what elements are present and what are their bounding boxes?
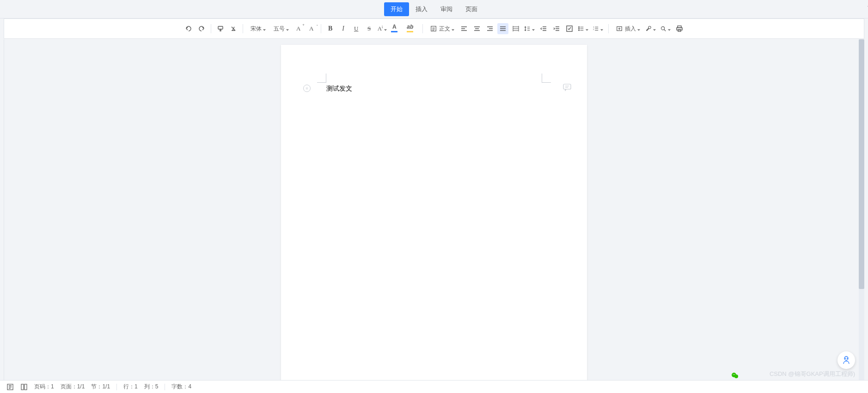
svg-point-3: [579, 27, 580, 28]
italic-button[interactable]: I: [338, 23, 349, 34]
paragraph-handle-icon[interactable]: ≡: [303, 85, 311, 92]
separator: [321, 24, 321, 33]
svg-point-15: [845, 358, 846, 359]
increase-indent-button[interactable]: [551, 23, 562, 34]
font-color-icon: A: [392, 24, 397, 30]
chevron-down-icon: [585, 27, 589, 31]
document-workspace[interactable]: ≡ 测试发文: [4, 39, 864, 380]
chevron-down-icon: [667, 27, 671, 31]
font-size-label: 五号: [274, 25, 285, 33]
chevron-down-icon: [384, 27, 387, 31]
svg-point-21: [734, 375, 738, 378]
vertical-scrollbar[interactable]: [859, 39, 864, 380]
svg-point-23: [734, 374, 735, 375]
svg-text:2: 2: [593, 28, 594, 31]
checklist-button[interactable]: [564, 23, 575, 34]
comment-icon[interactable]: [563, 84, 571, 91]
highlight-color-swatch: [407, 31, 413, 32]
print-button[interactable]: [674, 23, 685, 34]
separator: [243, 24, 243, 33]
font-size-select[interactable]: 五号: [270, 23, 291, 34]
chevron-down-icon: [286, 27, 289, 31]
paragraph-style-label: 正文: [439, 25, 450, 33]
page-view-icon[interactable]: [20, 383, 28, 391]
svg-rect-18: [21, 384, 24, 390]
bullet-list-button[interactable]: [577, 23, 590, 34]
chevron-down-icon: [600, 27, 604, 31]
separator: [422, 24, 423, 33]
svg-rect-12: [678, 30, 681, 31]
main-tabs: 开始 插入 审阅 页面: [0, 0, 868, 18]
paragraph-style-select[interactable]: 正文: [427, 23, 457, 34]
font-color-button[interactable]: A: [390, 23, 398, 34]
tab-page[interactable]: 页面: [459, 2, 484, 16]
align-distribute-button[interactable]: [510, 23, 521, 34]
status-page[interactable]: 页面：1/1: [61, 383, 85, 391]
numbered-list-button[interactable]: 12: [592, 23, 605, 34]
align-left-button[interactable]: [458, 23, 470, 34]
undo-button[interactable]: [183, 23, 194, 34]
svg-rect-0: [218, 26, 223, 29]
insert-dropdown[interactable]: 插入: [612, 23, 642, 34]
underline-button[interactable]: U: [351, 23, 362, 34]
svg-point-22: [733, 374, 734, 375]
font-family-select[interactable]: 宋体: [247, 23, 268, 34]
bold-button[interactable]: B: [325, 23, 336, 34]
separator: [116, 384, 117, 390]
decrease-indent-button[interactable]: [538, 23, 549, 34]
clear-format-button[interactable]: [228, 23, 239, 34]
document-page[interactable]: ≡ 测试发文: [281, 45, 587, 380]
tab-start[interactable]: 开始: [384, 2, 409, 16]
status-bar: 页码：1 页面：1/1 节：1/1 行：1 列：5 字数：4: [0, 380, 868, 393]
tools-dropdown[interactable]: [644, 23, 657, 34]
format-painter-button[interactable]: [215, 23, 226, 34]
assistant-fab[interactable]: [837, 351, 855, 369]
status-col: 列：5: [144, 383, 159, 391]
wechat-icon: [731, 372, 739, 379]
highlight-color-button[interactable]: ab: [406, 23, 414, 34]
svg-rect-19: [24, 384, 27, 390]
status-row: 行：1: [123, 383, 138, 391]
margin-guide-tl: [317, 74, 326, 83]
chevron-down-icon: [532, 27, 535, 31]
separator: [608, 24, 609, 33]
strikethrough-button[interactable]: S: [364, 23, 375, 34]
chevron-down-icon: [637, 27, 641, 31]
status-word-count[interactable]: 字数：4: [171, 383, 191, 391]
find-dropdown[interactable]: [659, 23, 672, 34]
align-right-button[interactable]: [484, 23, 495, 34]
redo-button[interactable]: [196, 23, 207, 34]
svg-point-5: [579, 30, 580, 31]
separator: [211, 24, 211, 33]
status-section[interactable]: 节：1/1: [91, 383, 110, 391]
chevron-down-icon: [451, 27, 455, 31]
insert-dropdown-label: 插入: [625, 25, 636, 33]
highlight-icon: ab: [407, 24, 413, 30]
chevron-down-icon: [263, 27, 266, 31]
svg-point-4: [579, 28, 580, 29]
font-color-swatch: [391, 31, 397, 32]
status-page-code[interactable]: 页码：1: [34, 383, 54, 391]
svg-point-16: [847, 358, 848, 359]
toolbar: 宋体 五号 A+ A- B I U S Ai A ab 正文: [4, 18, 864, 39]
outline-view-icon[interactable]: [6, 383, 14, 391]
chevron-down-icon: [653, 27, 656, 31]
svg-point-9: [661, 27, 665, 30]
font-family-label: 宋体: [251, 25, 262, 33]
align-center-button[interactable]: [471, 23, 483, 34]
line-spacing-button[interactable]: [523, 23, 536, 34]
svg-rect-13: [563, 84, 571, 89]
document-content[interactable]: 测试发文: [326, 85, 542, 93]
scrollbar-thumb[interactable]: [859, 39, 864, 289]
align-justify-button[interactable]: [497, 23, 508, 34]
tab-review[interactable]: 审阅: [434, 2, 459, 16]
margin-guide-tr: [542, 74, 551, 83]
separator: [165, 384, 165, 390]
decrease-font-button[interactable]: A-: [306, 23, 317, 34]
increase-font-button[interactable]: A+: [293, 23, 304, 34]
tab-insert[interactable]: 插入: [409, 2, 434, 16]
more-font-button[interactable]: Ai: [377, 23, 389, 34]
